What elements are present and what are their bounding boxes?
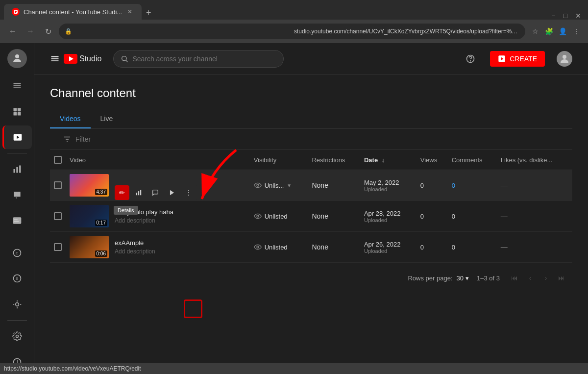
logo: Studio	[50, 54, 101, 64]
visibility-cell-3: Unlisted	[254, 243, 304, 251]
table-row: 4:37 ✏	[50, 170, 572, 201]
visibility-dropdown-1[interactable]: ▼	[287, 183, 292, 188]
window-close[interactable]: ✕	[572, 12, 584, 20]
video-thumbnail-2: 0:17	[70, 205, 109, 227]
page-title: Channel content	[50, 86, 572, 100]
sidebar-item-earn[interactable]: $	[2, 267, 32, 290]
active-tab[interactable]: Channel content - YouTube Studi... ✕	[4, 4, 142, 20]
video-cell-1: 4:37 ✏	[70, 174, 246, 197]
back-button[interactable]: ←	[6, 25, 20, 38]
views-cell-2: 0	[416, 201, 448, 232]
pagination: Rows per page: 30 ▾ 1–3 of 3 ⏮ ‹ › ⏭	[50, 263, 572, 293]
next-page-button[interactable]: ›	[539, 271, 553, 285]
extensions-icon[interactable]: 🧩	[543, 25, 555, 37]
analytics-button-1[interactable]	[131, 185, 146, 200]
svg-line-32	[126, 60, 128, 62]
sidebar-item-content[interactable]	[2, 125, 32, 149]
filter-lines-icon	[63, 135, 72, 144]
sidebar-item-copyright[interactable]: C	[2, 241, 32, 265]
url-text: studio.youtube.com/channel/UCvY_ilCkXoZY…	[294, 28, 519, 35]
last-page-button[interactable]: ⏭	[555, 271, 568, 285]
reload-button[interactable]: ↻	[41, 25, 55, 38]
sidebar-divider-2	[7, 237, 27, 237]
comments-link-1[interactable]: 0	[452, 182, 455, 189]
video-duration-3: 0:06	[95, 250, 107, 257]
hamburger-logo-area[interactable]	[50, 54, 60, 64]
visibility-cell-2: Unlisted	[254, 212, 304, 220]
user-avatar[interactable]	[557, 51, 572, 67]
svg-point-22	[15, 302, 19, 306]
rows-per-page-select[interactable]: 30 ▾	[457, 274, 469, 282]
sidebar-avatar[interactable]	[7, 49, 27, 68]
more-button-1[interactable]: ⋮	[181, 185, 196, 200]
sidebar-item-customize[interactable]	[2, 293, 32, 316]
svg-rect-42	[136, 193, 137, 195]
tabs: Videos Live	[50, 110, 572, 129]
nav-icons: ☆ 🧩 👤 ⋮	[529, 25, 582, 37]
sidebar: C $ !	[0, 43, 34, 374]
likes-cell-1: —	[497, 170, 572, 201]
col-video: Video	[66, 150, 250, 170]
sidebar-item-comments[interactable]	[2, 183, 32, 207]
tab-videos[interactable]: Videos	[50, 110, 91, 128]
new-tab-button[interactable]: +	[142, 6, 155, 20]
sidebar-item-dashboard[interactable]	[2, 100, 32, 123]
yt-logo: Studio	[64, 54, 101, 64]
visibility-cell-1: Unlis... ▼	[254, 181, 304, 189]
search-bar[interactable]	[113, 50, 283, 68]
prev-page-button[interactable]: ‹	[523, 271, 537, 285]
svg-point-34	[470, 60, 471, 61]
bookmark-icon[interactable]: ☆	[529, 25, 541, 37]
app: C $ ! Studio	[0, 43, 588, 374]
address-bar[interactable]: 🔒 studio.youtube.com/channel/UCvY_ilCkXo…	[59, 24, 525, 39]
edit-button-1[interactable]: ✏	[115, 185, 129, 200]
studio-text: Studio	[79, 54, 101, 63]
more-nav-icon[interactable]: ⋮	[570, 25, 582, 37]
sidebar-divider-3	[7, 320, 27, 321]
col-views: Views	[416, 150, 448, 170]
help-button[interactable]	[463, 51, 478, 67]
svg-rect-4	[13, 85, 21, 86]
row-checkbox-2[interactable]	[54, 212, 62, 220]
sidebar-item-analytics[interactable]	[2, 157, 32, 181]
window-maximize[interactable]: □	[561, 12, 570, 20]
video-cell-2: 0:17 funny halo play haha Add descriptio…	[70, 205, 246, 227]
table-body: 4:37 ✏	[50, 170, 572, 263]
col-date[interactable]: Date ↓	[360, 150, 416, 170]
sidebar-item-subtitles[interactable]	[2, 209, 32, 232]
filter-input[interactable]	[75, 135, 161, 143]
tab-close-button[interactable]: ✕	[126, 8, 134, 16]
views-cell-3: 0	[416, 232, 448, 263]
svg-point-47	[257, 215, 259, 217]
profile-icon[interactable]: 👤	[557, 25, 568, 37]
row-checkbox-1[interactable]	[54, 181, 62, 189]
col-likes: Likes (vs. dislike...	[497, 150, 572, 170]
row-checkbox-3[interactable]	[54, 243, 62, 251]
select-all-checkbox[interactable]	[54, 156, 62, 164]
preview-button-1[interactable]	[165, 185, 179, 200]
nav-bar: ← → ↻ 🔒 studio.youtube.com/channel/UCvY_…	[0, 20, 588, 43]
tab-live[interactable]: Live	[91, 110, 123, 128]
svg-text:$: $	[16, 277, 18, 281]
col-restrictions: Restrictions	[308, 150, 360, 170]
svg-rect-43	[138, 191, 139, 195]
tab-title: Channel content - YouTube Studi...	[24, 8, 122, 16]
create-button[interactable]: CREATE	[490, 51, 545, 67]
first-page-button[interactable]: ⏮	[508, 271, 521, 285]
lock-icon: 🔒	[65, 28, 290, 35]
video-duration-1: 4:37	[95, 189, 107, 195]
svg-point-31	[122, 56, 126, 60]
search-input[interactable]	[132, 55, 276, 63]
sidebar-item-settings[interactable]	[2, 324, 32, 348]
comments-cell-1: 0	[448, 170, 497, 201]
sidebar-item-menu[interactable]	[2, 74, 32, 98]
content-table: Video Visibility Restrictions Date ↓ Vie…	[50, 150, 572, 263]
comments-button-1[interactable]	[148, 185, 163, 200]
video-thumbnail-3: 0:06	[70, 236, 109, 258]
svg-point-37	[563, 55, 566, 59]
forward-button[interactable]: →	[24, 25, 37, 38]
svg-rect-44	[140, 190, 141, 196]
window-minimize[interactable]: −	[548, 12, 558, 20]
eye-icon-2	[254, 212, 262, 220]
date-cell-3: Apr 26, 2022 Uploaded	[364, 241, 413, 254]
